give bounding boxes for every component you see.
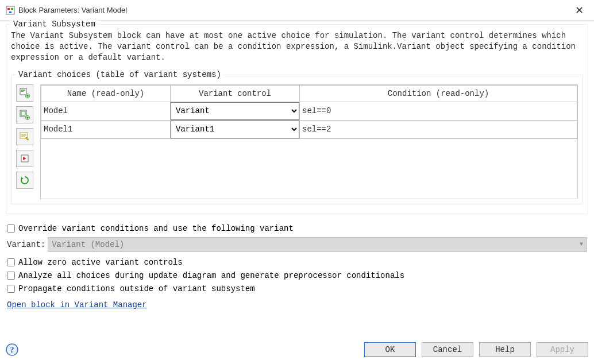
refresh-icon [20,175,30,185]
titlebar: Block Parameters: Variant Model ✕ [0,0,594,21]
row1-condition: sel==2 [300,120,577,138]
variant-subsystem-description: The Variant Subsystem block can have at … [11,30,583,63]
apply-button: Apply [537,342,588,357]
svg-rect-1 [7,8,10,10]
row0-name: Model [41,102,171,120]
edit-icon [20,131,30,142]
row0-variant-control-select[interactable]: Variant [171,102,299,120]
button-row: OK Cancel Help Apply [364,342,588,357]
content: Variant Subsystem The Variant Subsystem … [0,21,594,309]
variant-subsystem-legend: Variant Subsystem [11,20,98,29]
override-row: Override variant conditions and use the … [7,224,587,233]
add-modelref-icon [20,110,30,120]
allow-zero-row: Allow zero active variant controls [7,258,587,267]
analyze-row: Analyze all choices during update diagra… [7,271,587,280]
variant-line: Variant: Variant (Model) ▼ [7,237,587,252]
svg-rect-3 [9,11,11,13]
variant-choices-legend: Variant choices (table of variant system… [16,70,223,79]
variant-subsystem-group: Variant Subsystem The Variant Subsystem … [6,24,588,214]
ok-button[interactable]: OK [364,342,416,357]
analyze-label: Analyze all choices during update diagra… [18,271,404,280]
variant-label: Variant: [7,240,45,249]
variant-select-value: Variant (Model) [52,240,124,249]
svg-rect-2 [11,8,13,10]
cancel-button[interactable]: Cancel [422,342,473,357]
add-modelref-button[interactable] [16,106,33,123]
help-button[interactable]: Help [479,342,531,357]
row1-control-cell: Variant1 [171,120,300,138]
row0-condition: sel==0 [300,102,577,120]
help-icon[interactable]: ? [6,343,18,356]
variant-choices-group: Variant choices (table of variant system… [11,75,583,204]
window-title: Block Parameters: Variant Model [18,6,127,14]
propagate-checkbox[interactable] [7,285,15,293]
override-label: Override variant conditions and use the … [18,224,294,233]
footer: ? OK Cancel Help Apply [0,338,594,364]
variant-manager-link-row: Open block in Variant Manager [7,300,587,309]
chevron-down-icon: ▼ [580,241,583,247]
titlebar-left: Block Parameters: Variant Model [6,6,127,15]
variant-select-disabled: Variant (Model) ▼ [48,237,587,252]
override-checkbox[interactable] [7,224,15,233]
add-subsystem-icon [20,88,30,98]
table-row[interactable]: Model1 Variant1 sel==2 [41,120,577,138]
svg-text:?: ? [10,346,14,354]
add-subsystem-button[interactable] [16,84,33,102]
edit-choice-button[interactable] [16,128,33,145]
open-block-icon [20,153,30,164]
variant-manager-link[interactable]: Open block in Variant Manager [7,300,147,309]
options-area: Override variant conditions and use the … [6,219,588,309]
allow-zero-checkbox[interactable] [7,258,15,266]
row1-variant-control-select[interactable]: Variant1 [171,121,299,138]
open-choice-button[interactable] [16,150,33,167]
table-header-row: Name (read-only) Variant control Conditi… [41,85,577,102]
col-condition-header: Condition (read-only) [300,85,577,102]
propagate-label: Propagate conditions outside of variant … [18,284,255,293]
propagate-row: Propagate conditions outside of variant … [7,284,587,293]
row0-control-cell: Variant [171,102,300,120]
allow-zero-label: Allow zero active variant controls [18,258,183,267]
choices-toolbar [16,84,36,199]
analyze-checkbox[interactable] [7,272,15,280]
col-name-header: Name (read-only) [41,85,171,102]
variant-table: Name (read-only) Variant control Conditi… [40,84,578,199]
refresh-button[interactable] [16,172,33,189]
close-icon[interactable]: ✕ [570,3,588,18]
choices-body: Name (read-only) Variant control Conditi… [16,84,578,199]
table-row[interactable]: Model Variant sel==0 [41,102,577,120]
row1-name: Model1 [41,120,171,138]
app-icon [6,6,15,15]
col-control-header: Variant control [171,85,300,102]
